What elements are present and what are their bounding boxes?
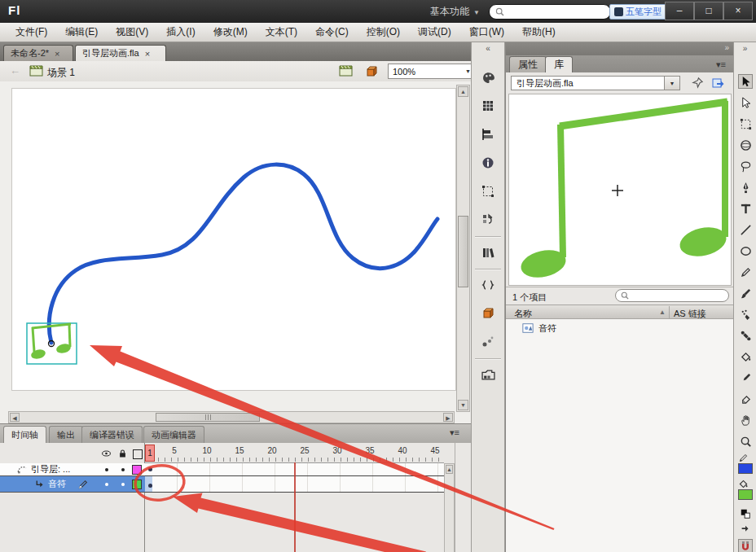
library-search-input[interactable] bbox=[615, 289, 729, 302]
lock-column-icon[interactable] bbox=[117, 449, 128, 458]
menu-modify[interactable]: 修改(M) bbox=[204, 23, 257, 42]
swap-colors-button[interactable] bbox=[738, 522, 753, 537]
menu-control[interactable]: 控制(O) bbox=[358, 23, 409, 42]
tool-eyedropper[interactable] bbox=[738, 370, 753, 385]
menu-view[interactable]: 视图(V) bbox=[107, 23, 157, 42]
frame-ruler[interactable]: 5 10 15 20 25 30 35 40 45 1 bbox=[145, 443, 444, 463]
motion-presets-panel-icon[interactable] bbox=[478, 243, 498, 262]
layer-lock-dot[interactable] bbox=[121, 483, 125, 486]
tool-pen[interactable] bbox=[738, 180, 753, 195]
history-panel-icon[interactable] bbox=[478, 210, 498, 230]
color-panel-icon[interactable] bbox=[478, 68, 498, 87]
components-panel-icon[interactable] bbox=[478, 304, 498, 323]
tool-line[interactable] bbox=[738, 222, 753, 237]
tool-hand[interactable] bbox=[738, 413, 753, 427]
tab-motion-editor[interactable]: 动画编辑器 bbox=[143, 426, 204, 443]
menu-text[interactable]: 文本(T) bbox=[257, 23, 306, 42]
column-name[interactable]: 名称 bbox=[514, 308, 532, 320]
scroll-up-icon[interactable]: ▲ bbox=[446, 465, 453, 474]
tool-3d-rotation[interactable] bbox=[738, 138, 753, 152]
layer-row-note[interactable]: 音符 bbox=[0, 476, 145, 493]
minimize-button[interactable]: – bbox=[665, 2, 694, 20]
tool-eraser[interactable] bbox=[738, 392, 753, 406]
layer-visible-dot[interactable] bbox=[105, 483, 108, 486]
layer-row-guide[interactable]: 引导层: ... bbox=[0, 463, 145, 476]
tab-timeline[interactable]: 时间轴 bbox=[3, 426, 46, 443]
pin-library-icon[interactable] bbox=[692, 77, 704, 89]
tab-compiler-errors[interactable]: 编译器错误 bbox=[81, 426, 143, 443]
column-divider[interactable] bbox=[669, 306, 670, 318]
tool-selection[interactable] bbox=[738, 74, 753, 89]
doc-tab-untitled[interactable]: 未命名-2* × bbox=[3, 45, 73, 61]
expand-panels-icon[interactable]: « bbox=[472, 44, 504, 53]
menu-commands[interactable]: 命令(C) bbox=[306, 23, 358, 42]
ime-indicator[interactable]: 五笔字型 bbox=[609, 4, 666, 20]
new-library-panel-icon[interactable] bbox=[711, 77, 724, 90]
menu-file[interactable]: 文件(F) bbox=[7, 23, 56, 42]
swatches-panel-icon[interactable] bbox=[478, 96, 498, 116]
tool-subselection[interactable] bbox=[738, 95, 753, 110]
edit-symbols-button[interactable] bbox=[365, 65, 378, 78]
panel-menu-icon[interactable]: ▾≡ bbox=[716, 59, 726, 70]
menu-help[interactable]: 帮助(H) bbox=[513, 23, 565, 42]
layer-visible-dot[interactable] bbox=[105, 468, 108, 471]
tool-deco-spray[interactable] bbox=[738, 307, 753, 322]
info-panel-icon[interactable] bbox=[478, 153, 498, 173]
library-item-row[interactable]: 音符 bbox=[506, 321, 734, 335]
keyframe-dot[interactable] bbox=[148, 484, 152, 488]
workspace-switcher[interactable]: 基本功能▼ bbox=[430, 5, 480, 19]
zoom-level-select[interactable]: 100% ▼ bbox=[388, 64, 476, 79]
dropdown-arrow-icon[interactable]: ▼ bbox=[664, 77, 679, 90]
fill-color-swatch[interactable] bbox=[738, 489, 753, 500]
black-and-white-button[interactable] bbox=[738, 506, 753, 521]
menu-window[interactable]: 窗口(W) bbox=[460, 23, 513, 42]
tab-output[interactable]: 输出 bbox=[49, 426, 83, 443]
sort-order-icon[interactable]: ▲ bbox=[659, 309, 666, 316]
tool-zoom[interactable] bbox=[738, 434, 753, 449]
panel-menu-icon[interactable]: ▾≡ bbox=[450, 427, 459, 438]
doc-tab-guide-anim[interactable]: 引导层动画.fla × bbox=[75, 45, 166, 61]
stage-vertical-scrollbar[interactable]: ▲ ▼ bbox=[456, 85, 470, 412]
tool-oval[interactable] bbox=[738, 243, 753, 258]
stage[interactable] bbox=[11, 88, 456, 391]
keyframe-dot[interactable] bbox=[148, 467, 152, 471]
code-snippets-panel-icon[interactable] bbox=[478, 275, 498, 295]
tool-lasso[interactable] bbox=[738, 159, 753, 173]
collapse-panels-icon[interactable]: » bbox=[734, 44, 756, 53]
playhead-line[interactable] bbox=[294, 462, 296, 552]
close-tab-icon[interactable]: × bbox=[55, 49, 59, 59]
timeline-vertical-scrollbar[interactable]: ▲ bbox=[444, 463, 455, 552]
tool-bone[interactable] bbox=[738, 328, 753, 343]
layer-lock-dot[interactable] bbox=[121, 468, 125, 471]
scrollbar-thumb[interactable] bbox=[458, 216, 468, 287]
motion-panel-icon[interactable] bbox=[478, 332, 498, 352]
scroll-right-icon[interactable]: ▶ bbox=[443, 413, 453, 422]
close-tab-icon[interactable]: × bbox=[145, 49, 150, 59]
column-as-linkage[interactable]: AS 链接 bbox=[674, 308, 706, 320]
tool-text[interactable] bbox=[738, 201, 753, 216]
tool-free-transform[interactable] bbox=[738, 116, 753, 131]
stroke-color-swatch[interactable] bbox=[738, 463, 753, 474]
project-panel-icon[interactable] bbox=[478, 365, 498, 384]
tool-pencil[interactable] bbox=[738, 265, 753, 279]
menu-debug[interactable]: 调试(D) bbox=[409, 23, 460, 42]
menu-insert[interactable]: 插入(I) bbox=[157, 23, 204, 42]
outline-column-icon[interactable] bbox=[133, 449, 143, 459]
layer-color-swatch[interactable] bbox=[132, 480, 142, 489]
close-button[interactable]: × bbox=[723, 2, 753, 20]
transform-panel-icon[interactable] bbox=[478, 182, 498, 201]
stage-horizontal-scrollbar[interactable]: ◀ ▶ bbox=[8, 411, 455, 423]
scroll-down-icon[interactable]: ▼ bbox=[458, 400, 468, 410]
collapse-panels-icon[interactable]: » bbox=[724, 43, 729, 52]
snap-to-objects-magnet-button[interactable] bbox=[738, 539, 753, 552]
maximize-button[interactable]: □ bbox=[694, 2, 723, 20]
layer-color-swatch[interactable] bbox=[132, 465, 142, 475]
align-panel-icon[interactable] bbox=[478, 125, 498, 144]
back-arrow-icon[interactable]: ← bbox=[10, 64, 20, 77]
menu-edit[interactable]: 编辑(E) bbox=[56, 23, 107, 42]
tool-paint-bucket[interactable] bbox=[738, 349, 753, 364]
tab-library[interactable]: 库 bbox=[545, 56, 573, 72]
scroll-left-icon[interactable]: ◀ bbox=[10, 413, 20, 422]
tool-brush[interactable] bbox=[738, 286, 753, 300]
edit-scene-button[interactable] bbox=[339, 65, 354, 77]
